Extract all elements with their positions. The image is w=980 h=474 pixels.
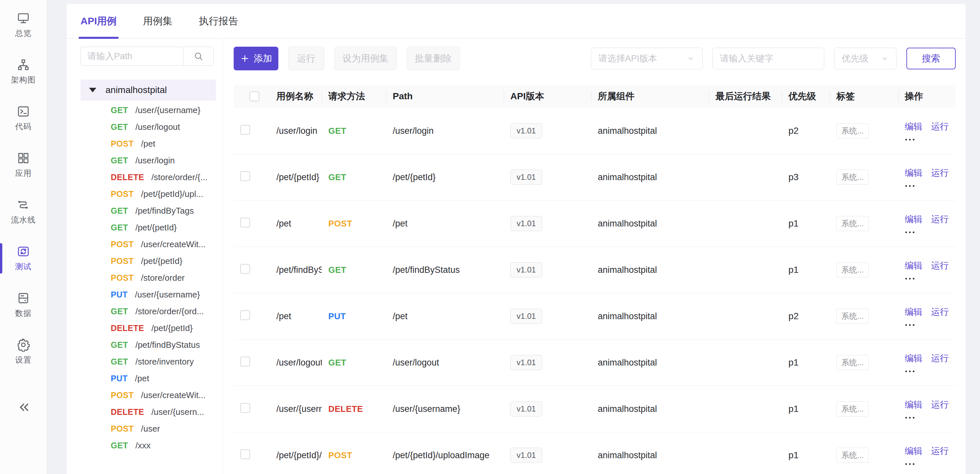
sidebar-item-code[interactable]: 代码 <box>0 101 47 135</box>
tree-endpoint-item[interactable]: DELETE /store/order/{... <box>81 169 216 186</box>
keyword-input[interactable] <box>713 48 824 69</box>
run-link[interactable]: 运行 <box>931 352 949 364</box>
component-cell: animalhostpital <box>591 358 709 368</box>
run-link[interactable]: 运行 <box>931 121 949 132</box>
sidebar-item-settings[interactable]: 设置 <box>0 335 47 368</box>
row-checkbox[interactable] <box>240 264 250 274</box>
run-link[interactable]: 运行 <box>931 399 949 410</box>
run-link[interactable]: 运行 <box>931 167 949 179</box>
api-version-badge: v1.01 <box>511 355 542 370</box>
api-endpoint-tree: GET /user/{username} GET /user/logout PO… <box>81 102 216 454</box>
edit-link[interactable]: 编辑 <box>905 213 923 225</box>
component-cell: animalhostpital <box>591 311 709 321</box>
endpoint-path-label: /pet/findByTags <box>135 206 194 216</box>
row-checkbox[interactable] <box>240 171 250 181</box>
tree-search-button[interactable] <box>183 47 214 66</box>
tree-endpoint-item[interactable]: GET /user/logout <box>81 119 216 135</box>
run-link[interactable]: 运行 <box>931 445 949 457</box>
caret-down-icon <box>89 88 96 92</box>
tree-endpoint-item[interactable]: DELETE /pet/{petId} <box>81 320 216 337</box>
set-as-suite-button[interactable]: 设为用例集 <box>334 47 397 70</box>
actions-cell: 编辑 运行 ... <box>898 213 956 234</box>
tab-execution-reports[interactable]: 执行报告 <box>199 4 238 38</box>
priority-select[interactable]: 优先级 <box>834 48 897 69</box>
row-checkbox[interactable] <box>240 125 250 135</box>
path-search-input[interactable] <box>81 47 183 66</box>
tab-case-suites[interactable]: 用例集 <box>143 4 173 38</box>
more-actions-button[interactable]: ... <box>905 365 918 373</box>
row-checkbox[interactable] <box>240 310 250 320</box>
tree-endpoint-item[interactable]: POST /pet/{petId}/upl... <box>81 186 216 202</box>
edit-link[interactable]: 编辑 <box>905 121 923 132</box>
row-checkbox[interactable] <box>240 449 250 459</box>
batch-delete-button[interactable]: 批量删除 <box>407 47 460 70</box>
more-actions-button[interactable]: ... <box>905 133 918 141</box>
row-checkbox[interactable] <box>240 357 250 366</box>
select-all-checkbox[interactable] <box>250 91 259 101</box>
edit-link[interactable]: 编辑 <box>905 445 923 457</box>
tree-endpoint-item[interactable]: GET /store/order/{ord... <box>81 303 216 320</box>
tree-endpoint-item[interactable]: POST /user <box>81 420 216 437</box>
sidebar-item-overview[interactable]: 总览 <box>0 8 47 41</box>
http-method-label: GET <box>111 206 128 216</box>
more-actions-button[interactable]: ... <box>905 318 918 326</box>
col-api-version: API版本 <box>504 89 591 103</box>
tree-endpoint-item[interactable]: PUT /user/{username} <box>81 286 216 303</box>
tree-endpoint-item[interactable]: GET /pet/findByStatus <box>81 337 216 353</box>
tree-endpoint-item[interactable]: POST /pet/{petId} <box>81 253 216 270</box>
tree-endpoint-item[interactable]: POST /user/createWit... <box>81 236 216 253</box>
edit-link[interactable]: 编辑 <box>905 167 923 179</box>
tree-endpoint-item[interactable]: GET /pet/findByTags <box>81 202 216 219</box>
endpoint-path-label: /user/logout <box>135 122 180 132</box>
tree-endpoint-item[interactable]: GET /user/login <box>81 152 216 169</box>
method-cell: DELETE <box>322 404 386 414</box>
endpoint-path-label: /store/order/{ord... <box>135 306 204 317</box>
tag-badge: 系统... <box>836 123 869 138</box>
tree-endpoint-item[interactable]: PUT /pet <box>81 370 216 387</box>
endpoint-path-label: /store/order <box>141 273 185 283</box>
more-actions-button[interactable]: ... <box>905 411 918 419</box>
api-version-select[interactable]: 请选择API版本 <box>591 48 703 69</box>
tree-folder-animalhostpital[interactable]: animalhostpital <box>81 80 216 100</box>
run-link[interactable]: 运行 <box>931 213 949 225</box>
tree-endpoint-item[interactable]: POST /user/createWit... <box>81 387 216 404</box>
col-method: 请求方法 <box>322 89 386 103</box>
tree-endpoint-item[interactable]: GET /user/{username} <box>81 102 216 119</box>
tree-endpoint-item[interactable]: POST /pet <box>81 135 216 152</box>
edit-link[interactable]: 编辑 <box>905 352 923 364</box>
path-cell: /user/{username} <box>386 404 504 414</box>
sidebar-item-architecture[interactable]: 架构图 <box>0 54 47 88</box>
edit-link[interactable]: 编辑 <box>905 399 923 410</box>
more-actions-button[interactable]: ... <box>905 180 918 188</box>
row-checkbox[interactable] <box>240 403 250 413</box>
sidebar-item-apps[interactable]: 应用 <box>0 148 47 181</box>
endpoint-path-label: /user/{usern... <box>151 407 204 417</box>
tree-endpoint-item[interactable]: GET /store/inventory <box>81 353 216 370</box>
more-actions-button[interactable]: ... <box>905 272 918 280</box>
tab-api-cases[interactable]: API用例 <box>81 4 117 38</box>
method-cell: GET <box>322 358 386 368</box>
add-button[interactable]: 添加 <box>234 47 278 70</box>
more-actions-button[interactable]: ... <box>905 226 918 234</box>
search-button[interactable]: 搜索 <box>906 48 956 69</box>
endpoint-path-label: /pet/{petId} <box>151 323 193 333</box>
edit-link[interactable]: 编辑 <box>905 306 923 318</box>
tree-endpoint-item[interactable]: GET /xxx <box>81 437 216 454</box>
sidebar-item-label: 应用 <box>15 168 32 178</box>
more-actions-button[interactable]: ... <box>905 458 918 466</box>
tree-endpoint-item[interactable]: POST /store/order <box>81 270 216 286</box>
run-link[interactable]: 运行 <box>931 260 949 272</box>
row-checkbox[interactable] <box>240 218 250 227</box>
sidebar-item-pipeline[interactable]: 流水线 <box>0 195 47 228</box>
sidebar-item-data[interactable]: 数据 <box>0 288 47 321</box>
table-header: 用例名称 请求方法 Path API版本 所属组件 最后运行结果 优先级 标签 … <box>234 85 956 108</box>
tree-endpoint-item[interactable]: DELETE /user/{usern... <box>81 404 216 420</box>
run-button[interactable]: 运行 <box>288 47 325 70</box>
sidebar-item-test[interactable]: 测试 <box>0 241 47 275</box>
endpoint-path-label: /user/createWit... <box>141 390 206 400</box>
edit-link[interactable]: 编辑 <box>905 260 923 272</box>
tree-endpoint-item[interactable]: GET /pet/{petId} <box>81 219 216 236</box>
collapse-sidebar-button[interactable] <box>16 400 31 415</box>
case-name-cell: /user/logout <box>270 358 322 368</box>
run-link[interactable]: 运行 <box>931 306 949 318</box>
